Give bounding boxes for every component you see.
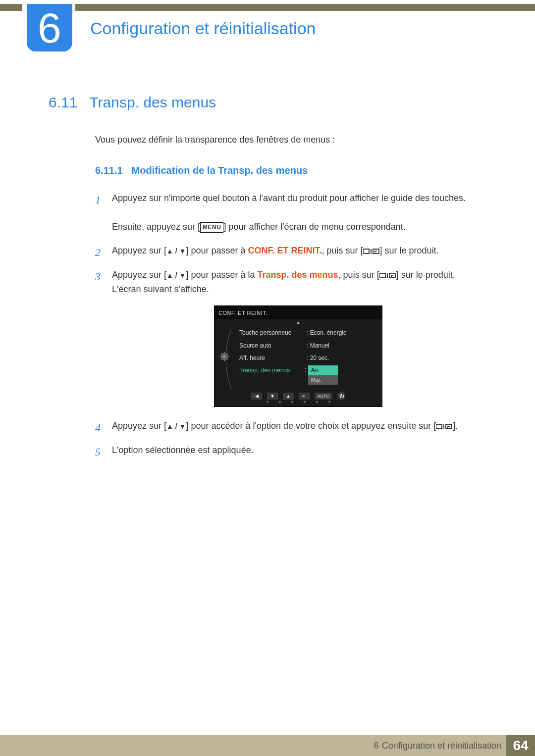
chapter-number: 6 — [38, 6, 61, 49]
step-1-line-b-post: ] pour afficher l'écran de menu correspo… — [223, 222, 405, 232]
step-3-mid: ] pour passer à la — [186, 270, 257, 280]
chapter-title: Configuration et réinitialisation — [90, 19, 316, 38]
step-3-line2: L'écran suivant s'affiche. — [112, 284, 209, 294]
step-5-text: L'option sélectionnée est appliquée. — [112, 445, 254, 455]
osd-left-column — [216, 327, 234, 388]
source-enter-icon — [363, 246, 380, 255]
step-4: 4 Appuyez sur [▲ / ▼] pour accéder à l'o… — [95, 419, 484, 433]
step-1: 1 Appuyez sur n'importe quel bouton à l'… — [95, 191, 484, 234]
osd-power-icon: ⏻ — [337, 392, 345, 400]
osd-labels-column: Touche personneue Source auto Aff. heure… — [237, 327, 302, 388]
osd-row-value: Econ. énergie — [305, 327, 378, 339]
step-3-pre: Appuyez sur [ — [112, 270, 166, 280]
step-1-line-b-pre: Ensuite, appuyez sur [ — [112, 222, 200, 232]
osd-down-icon: ▼ — [267, 393, 278, 400]
section-heading: 6.11 Transp. des menus — [49, 94, 484, 111]
osd-option: Mar. — [308, 375, 338, 385]
footer-chapter-number: 6 — [374, 741, 379, 751]
steps-list: 1 Appuyez sur n'importe quel bouton à l'… — [95, 191, 484, 457]
intro-text: Vous pouvez définir la transparence des … — [95, 135, 484, 145]
osd-panel: CONF. ET REINIT. ▲ Touche personneue Sou… — [214, 305, 382, 407]
up-down-arrow-icon: ▲ / ▼ — [166, 247, 186, 255]
osd-button-bar: ◀ ▼ ▲ ↵ AUTO ⏻ — [214, 390, 382, 400]
subsection-number: 6.11.1 — [95, 165, 123, 176]
up-down-arrow-icon: ▲ / ▼ — [166, 271, 186, 279]
osd-auto-button: AUTO — [315, 393, 332, 400]
step-number: 5 — [95, 443, 101, 460]
step-3: 3 Appuyez sur [▲ / ▼] pour passer à la T… — [95, 268, 484, 407]
footer: 6 Configuration et réinitialisation 64 — [0, 735, 535, 756]
step-4-mid: ] pour accéder à l'option de votre choix… — [186, 421, 436, 431]
page-number: 64 — [506, 735, 535, 756]
osd-row-label: Aff. heure — [237, 352, 302, 364]
up-down-arrow-icon: ▲ / ▼ — [166, 422, 186, 430]
subsection-title: Modification de la Transp. des menus — [132, 165, 308, 176]
transp-label: Transp. des menus — [258, 270, 338, 280]
step-number: 3 — [95, 268, 101, 285]
step-number: 4 — [95, 419, 101, 436]
arc-decoration — [216, 327, 234, 391]
footer-chapter-title: Configuration et réinitialisation — [382, 741, 501, 751]
osd-row-label: Touche personneue — [237, 327, 302, 339]
osd-indicator-dots — [214, 400, 382, 403]
osd-columns: Touche personneue Source auto Aff. heure… — [237, 327, 380, 388]
osd-body: Touche personneue Source auto Aff. heure… — [214, 326, 382, 390]
menu-button-icon: MENU — [200, 222, 223, 233]
top-stripe-right — [75, 4, 535, 11]
step-2: 2 Appuyez sur [▲ / ▼] pour passer à CONF… — [95, 244, 484, 258]
svg-rect-6 — [436, 424, 442, 429]
step-2-mid: ] pour passer à — [186, 246, 248, 255]
subsection-heading: 6.11.1 Modification de la Transp. des me… — [95, 165, 484, 176]
osd-row-label: Source auto — [237, 340, 302, 352]
step-4-end: ]. — [453, 421, 458, 431]
step-1-line-a: Appuyez sur n'importe quel bouton à l'av… — [112, 193, 466, 203]
source-enter-icon — [436, 421, 453, 431]
step-number: 1 — [95, 191, 101, 208]
chapter-tab: 6 — [27, 4, 72, 51]
top-stripe-left — [0, 4, 22, 11]
osd-values-column: Econ. énergie Manuel 20 sec. : Arr. Mar. — [305, 327, 378, 388]
svg-rect-0 — [363, 249, 369, 253]
osd-option-selected: Arr. — [308, 365, 338, 375]
source-enter-icon — [379, 270, 396, 280]
osd-row-value: 20 sec. — [305, 352, 378, 364]
step-2-post: , puis sur [ — [322, 246, 363, 255]
osd-title: CONF. ET REINIT. — [214, 306, 382, 320]
svg-rect-2 — [379, 273, 385, 278]
osd-enter-icon: ↵ — [299, 393, 310, 400]
osd-row-value: Manuel — [305, 340, 378, 352]
osd-up-icon: ▲ — [283, 393, 294, 400]
step-3-end: ] sur le produit. — [396, 270, 455, 280]
step-2-pre: Appuyez sur [ — [112, 246, 166, 255]
conf-et-reinit-label: CONF. ET REINIT. — [248, 246, 322, 255]
osd-active-label: Transp. des menus — [237, 364, 302, 377]
step-number: 2 — [95, 244, 101, 261]
page-content: 6.11 Transp. des menus Vous pouvez défin… — [49, 94, 484, 467]
footer-chapter-label: 6 Configuration et réinitialisation — [374, 735, 506, 756]
step-4-pre: Appuyez sur [ — [112, 421, 166, 431]
step-3-post: , puis sur [ — [338, 270, 379, 280]
step-2-end: ] sur le produit. — [380, 246, 439, 255]
osd-up-arrow-icon: ▲ — [214, 319, 382, 326]
step-5: 5 L'option sélectionnée est appliquée. — [95, 443, 484, 457]
osd-option-group: : Arr. Mar. — [305, 364, 378, 385]
section-number: 6.11 — [49, 94, 77, 111]
osd-back-icon: ◀ — [251, 393, 262, 400]
section-title: Transp. des menus — [89, 94, 216, 111]
